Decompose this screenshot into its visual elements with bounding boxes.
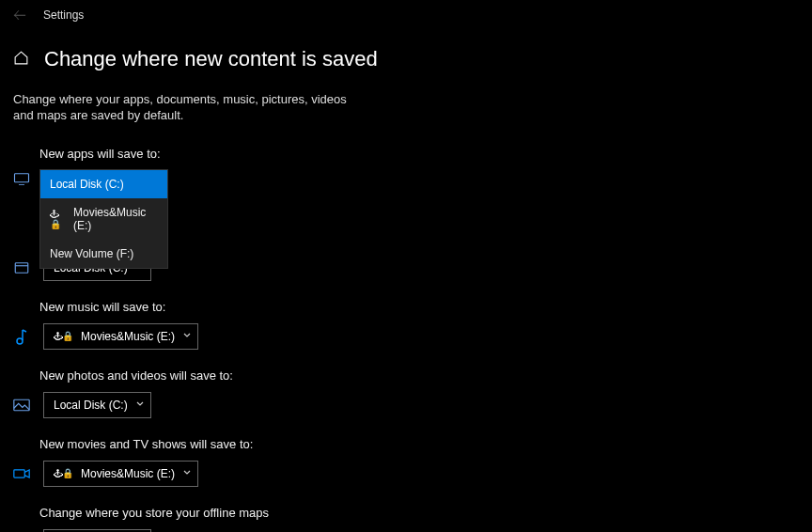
- maps-label: Change where you store your offline maps: [39, 506, 812, 520]
- svg-rect-3: [14, 399, 29, 410]
- svg-rect-4: [14, 470, 24, 477]
- dropdown-option-movies-music[interactable]: 🕹🔒 Movies&Music (E:): [40, 198, 167, 240]
- drive-decorator-icon: 🕹🔒: [54, 468, 72, 478]
- movies-dropdown[interactable]: 🕹🔒 Movies&Music (E:): [43, 461, 198, 487]
- dropdown-option-new-volume[interactable]: New Volume (F:): [40, 240, 167, 268]
- apps-label: New apps will save to:: [39, 147, 812, 161]
- movies-icon: [13, 465, 30, 482]
- music-label: New music will save to:: [39, 300, 812, 314]
- home-icon: [13, 50, 29, 69]
- window-title: Settings: [43, 8, 84, 22]
- documents-icon: [13, 259, 30, 276]
- back-button[interactable]: 🡠: [13, 8, 26, 23]
- page-description: Change where your apps, documents, music…: [0, 79, 376, 124]
- svg-rect-0: [15, 174, 29, 182]
- photos-label: New photos and videos will save to:: [39, 368, 812, 383]
- chevron-down-icon: [182, 467, 192, 480]
- drive-decorator-icon: 🕹🔒: [54, 331, 72, 341]
- chevron-down-icon: [135, 399, 145, 412]
- page-title: Change where new content is saved: [44, 47, 378, 71]
- music-dropdown[interactable]: 🕹🔒 Movies&Music (E:): [43, 323, 198, 350]
- chevron-down-icon: [182, 330, 192, 343]
- drive-decorator-icon: 🕹🔒: [50, 209, 67, 229]
- apps-dropdown-list: Local Disk (C:) 🕹🔒 Movies&Music (E:) New…: [39, 169, 168, 269]
- photos-dropdown[interactable]: Local Disk (C:): [43, 392, 151, 418]
- movies-label: New movies and TV shows will save to:: [39, 437, 812, 451]
- music-icon: [13, 328, 30, 345]
- apps-icon: [13, 170, 30, 187]
- svg-point-2: [17, 338, 23, 344]
- dropdown-option-local-c[interactable]: Local Disk (C:): [40, 170, 167, 198]
- svg-rect-1: [15, 263, 28, 274]
- photos-icon: [13, 397, 30, 414]
